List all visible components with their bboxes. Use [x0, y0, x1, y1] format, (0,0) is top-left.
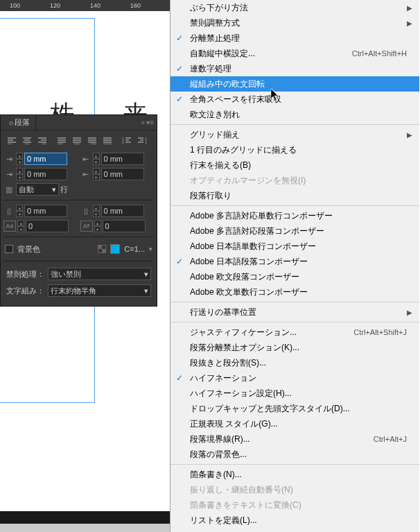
menu-item-label: 行末を揃える(B)	[190, 160, 251, 171]
menu-item[interactable]: 正規表現 スタイル(G)...	[170, 416, 419, 431]
swatch-grid-icon[interactable]	[98, 245, 106, 253]
panel-tab-paragraph[interactable]: 段落	[3, 115, 36, 130]
indent-right-input[interactable]	[101, 153, 144, 165]
menu-item[interactable]: 箇条書き(N)...	[170, 467, 419, 482]
align-center-button[interactable]	[20, 135, 34, 147]
spinner-down[interactable]: ▾	[17, 226, 24, 232]
menu-item[interactable]: 禁則調整方式▶	[170, 15, 419, 31]
indent-left-input[interactable]	[24, 153, 67, 165]
ruler-tick: 140	[90, 2, 100, 9]
menu-item[interactable]: ✓全角スペースを行末吸収	[170, 92, 419, 107]
menu-item[interactable]: ✓ハイフネーション	[170, 370, 419, 386]
menu-item[interactable]: Adobe 欧文段落コンポーザー	[170, 269, 419, 284]
spinner-up[interactable]: ▴	[17, 220, 24, 226]
menu-item[interactable]: 段落分離禁止オプション(K)...	[170, 340, 419, 355]
menu-item-label: 欧文泣き別れ	[190, 109, 240, 121]
menu-item[interactable]: Adobe 多言語対応段落コンポーザー	[170, 223, 419, 239]
menu-item-label: 縦組み中の欧文回転	[190, 78, 265, 90]
spinner-up[interactable]: ▴	[16, 153, 23, 159]
mojikumi-select[interactable]: 行末約物半角▾	[48, 284, 151, 297]
justify-all-button[interactable]	[100, 135, 114, 147]
spinner-down[interactable]: ▾	[93, 159, 100, 165]
menu-item[interactable]: ✓連数字処理	[170, 61, 419, 76]
menu-shortcut: Ctrl+Alt+Shift+H	[352, 49, 407, 58]
menu-item[interactable]: Adobe 多言語対応単数行コンポーザー	[170, 208, 419, 223]
menu-item-label: オプティカルマージンを無視(I)	[190, 175, 306, 187]
justify-right-button[interactable]	[85, 135, 99, 147]
panel-menu-icon[interactable]: ▾≡	[146, 119, 154, 126]
menu-item[interactable]: グリッド揃え▶	[170, 127, 419, 142]
dropcap-lines-input[interactable]	[26, 220, 69, 232]
gyodori-unit: 行	[60, 185, 68, 195]
first-line-indent-input[interactable]	[24, 168, 67, 180]
spinner-up[interactable]: ▴	[16, 168, 23, 174]
paragraph-panel: 段落 « ▾≡ ⇥ ▴▾ ⇤ ▴▾	[0, 114, 157, 307]
menu-item[interactable]: ✓Adobe 日本語段落コンポーザー	[170, 254, 419, 269]
spinner-down[interactable]: ▾	[93, 211, 100, 217]
menu-item[interactable]: ✓分離禁止処理	[170, 31, 419, 46]
menu-item-label: ジャスティフィケーション...	[190, 327, 297, 338]
kinsoku-label: 禁則処理：	[6, 269, 45, 280]
menu-item-label: Adobe 日本語段落コンポーザー	[190, 256, 308, 268]
space-after-input[interactable]	[101, 205, 144, 217]
menu-item[interactable]: 欧文泣き別れ	[170, 107, 419, 122]
menu-item[interactable]: ぶら下がり方法▶	[170, 0, 419, 15]
spinner-up[interactable]: ▴	[93, 168, 100, 174]
menu-item-label: 段落の背景色...	[190, 449, 247, 461]
menu-item-label: 禁則調整方式	[190, 17, 240, 29]
menu-item[interactable]: 1 行目のみグリッドに揃える	[170, 142, 419, 157]
menu-item[interactable]: 縦組み中の欧文回転	[170, 76, 419, 92]
menu-item[interactable]: ジャスティフィケーション...Ctrl+Alt+Shift+J	[170, 325, 419, 340]
menu-item[interactable]: 段落境界線(R)...Ctrl+Alt+J	[170, 431, 419, 447]
spinner-down[interactable]: ▾	[16, 159, 23, 165]
menu-item-label: 行送りの基準位置	[190, 307, 256, 318]
status-bar-light	[0, 524, 170, 532]
align-left-button[interactable]	[5, 135, 19, 147]
dropcap-chars-input[interactable]	[103, 220, 146, 232]
spinner-up[interactable]: ▴	[16, 205, 23, 211]
menu-item[interactable]: Adobe 欧文単数行コンポーザー	[170, 284, 419, 300]
bgcolor-checkbox[interactable]	[5, 245, 13, 253]
ruler-tick: 120	[50, 2, 60, 9]
panel-collapse-icon[interactable]: «	[141, 119, 146, 126]
submenu-arrow-icon: ▶	[407, 309, 412, 316]
spinner-up[interactable]: ▴	[93, 153, 100, 159]
menu-item[interactable]: リストを定義(L)...	[170, 513, 419, 528]
spinner-down[interactable]: ▾	[16, 211, 23, 217]
justify-center-button[interactable]	[70, 135, 84, 147]
spinner-up[interactable]: ▴	[94, 220, 101, 226]
check-icon: ✓	[176, 33, 183, 43]
gyodori-select[interactable]: 自動▾	[16, 183, 59, 196]
spinner-up[interactable]: ▴	[93, 205, 100, 211]
align-away-spine-button[interactable]	[135, 135, 149, 147]
justify-left-button[interactable]	[55, 135, 69, 147]
menu-item[interactable]: ハイフネーション設定(H)...	[170, 386, 419, 401]
align-towards-spine-button[interactable]	[120, 135, 134, 147]
spinner-down[interactable]: ▾	[16, 174, 23, 180]
menu-item[interactable]: 行送りの基準位置▶	[170, 304, 419, 320]
mojikumi-label: 文字組み：	[6, 286, 45, 296]
space-before-input[interactable]	[24, 205, 67, 217]
menu-item-label: Adobe 多言語対応単数行コンポーザー	[190, 210, 333, 222]
menu-item-label: リストを定義(L)...	[190, 515, 257, 526]
align-right-button[interactable]	[35, 135, 49, 147]
space-after-icon: ▯	[80, 205, 91, 216]
dropdown-arrow-icon[interactable]: ▾	[149, 246, 152, 252]
kinsoku-select[interactable]: 強い禁則▾	[48, 268, 151, 280]
spinner-down[interactable]: ▾	[93, 174, 100, 180]
menu-item[interactable]: 自動縦中横設定...Ctrl+Alt+Shift+H	[170, 46, 419, 61]
last-line-indent-input[interactable]	[101, 168, 144, 180]
menu-item[interactable]: 段抜きと段分割(S)...	[170, 355, 419, 370]
indent-right-icon: ⇤	[80, 153, 91, 164]
menu-item[interactable]: 段落行取り	[170, 188, 419, 203]
bgcolor-swatch[interactable]	[110, 244, 120, 254]
menu-item-label: ぶら下がり方法	[190, 2, 248, 14]
menu-item[interactable]: Adobe 日本語単数行コンポーザー	[170, 239, 419, 254]
menu-item[interactable]: 行末を揃える(B)	[170, 157, 419, 173]
mojikumi-value: 行末約物半角	[51, 286, 96, 296]
menu-item[interactable]: 段落の背景色...	[170, 447, 419, 462]
menu-item[interactable]: ドロップキャップと先頭文字スタイル(D)...	[170, 401, 419, 416]
menu-item-label: 連数字処理	[190, 63, 231, 75]
gyodori-icon: ▥	[3, 184, 15, 195]
spinner-down[interactable]: ▾	[94, 226, 101, 232]
